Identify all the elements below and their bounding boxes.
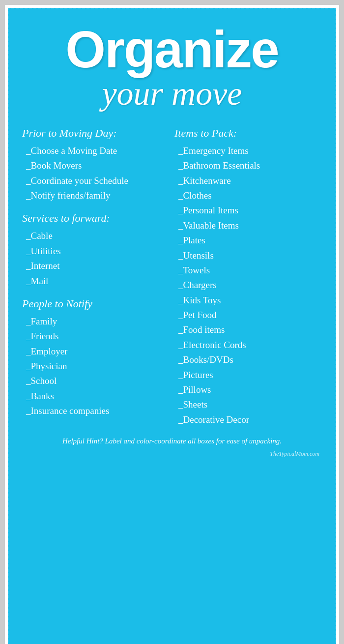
list-item: _Chargers bbox=[174, 278, 322, 293]
list-item: _Valuable Items bbox=[174, 218, 322, 233]
section-heading: Services to forward: bbox=[22, 212, 170, 225]
title-your-move: your move bbox=[15, 75, 329, 112]
list-item: _Family bbox=[22, 314, 170, 329]
list-item: _Coordinate your Schedule bbox=[22, 174, 170, 188]
list-item: _Mail bbox=[22, 274, 170, 289]
right-column: Items to Pack:_Emergency Items_Bathroom … bbox=[174, 127, 322, 427]
left-column: Prior to Moving Day:_Choose a Moving Dat… bbox=[22, 127, 170, 427]
hint-text: Helpful Hint? Label and color-coordinate… bbox=[15, 427, 329, 450]
list-item: _Pet Food bbox=[174, 308, 322, 322]
list-item: _Pictures bbox=[174, 368, 322, 382]
list-item: _Physician bbox=[22, 359, 170, 374]
list-item: _Food items bbox=[174, 322, 322, 337]
list-item: _Friends bbox=[22, 329, 170, 344]
section-heading: Prior to Moving Day: bbox=[22, 127, 170, 140]
list-item: _Insurance companies bbox=[22, 404, 170, 418]
list-item: _Emergency Items bbox=[174, 144, 322, 158]
section-heading: People to Notify bbox=[22, 297, 170, 310]
list-item: _Banks bbox=[22, 389, 170, 404]
list-item: _Utensils bbox=[174, 248, 322, 263]
list-item: _Utilities bbox=[22, 244, 170, 259]
list-item: _Clothes bbox=[174, 188, 322, 203]
watermark: TheTypicalMom.com bbox=[15, 450, 329, 458]
list-item: _Choose a Moving Date bbox=[22, 144, 170, 158]
section-heading: Items to Pack: bbox=[174, 127, 322, 140]
list-item: _Kids Toys bbox=[174, 293, 322, 308]
list-item: _School bbox=[22, 374, 170, 388]
list-item: _Kitchenware bbox=[174, 174, 322, 188]
list-item: _Books/DVDs bbox=[174, 352, 322, 367]
list-item: _Towels bbox=[174, 263, 322, 278]
list-item: _Internet bbox=[22, 259, 170, 273]
content-area: Prior to Moving Day:_Choose a Moving Dat… bbox=[15, 119, 329, 427]
list-item: _Plates bbox=[174, 233, 322, 248]
list-item: _Bathroom Essentials bbox=[174, 158, 322, 173]
list-item: _Personal Items bbox=[174, 203, 322, 218]
list-item: _Cable bbox=[22, 229, 170, 243]
main-card: Organize your move Prior to Moving Day:_… bbox=[5, 5, 339, 644]
list-item: _Decorative Decor bbox=[174, 412, 322, 427]
title-organize: Organize bbox=[15, 24, 329, 75]
list-item: _Notify friends/family bbox=[22, 188, 170, 203]
list-item: _Pillows bbox=[174, 382, 322, 397]
list-item: _Book Movers bbox=[22, 158, 170, 173]
list-item: _Electronic Cords bbox=[174, 338, 322, 352]
title-section: Organize your move bbox=[15, 14, 329, 119]
list-item: _Sheets bbox=[174, 397, 322, 412]
list-item: _Employer bbox=[22, 344, 170, 359]
